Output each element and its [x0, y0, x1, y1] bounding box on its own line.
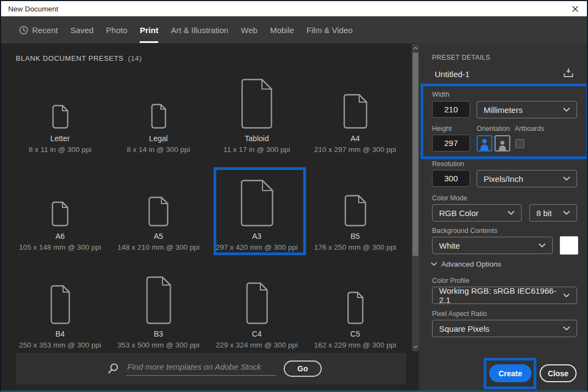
preset-tile-c5[interactable]: C5162 x 229 mm @ 300 ppi — [306, 267, 404, 365]
document-page-icon — [347, 267, 364, 324]
preset-name: A3 — [252, 232, 261, 241]
tab-label: Mobile — [270, 26, 294, 35]
pixel-aspect-ratio-select[interactable]: Square Pixels — [432, 320, 577, 337]
document-page-icon — [146, 267, 171, 324]
color-profile-label: Color Profile — [432, 277, 470, 284]
scrollbar-thumb[interactable] — [412, 53, 418, 256]
tab-label: Recent — [32, 26, 58, 35]
preset-tile-b3[interactable]: B3353 x 500 mm @ 300 ppi — [109, 267, 208, 365]
document-page-icon — [241, 72, 272, 129]
color-profile-value: Working RGB: sRGB IEC61966-2.1 — [439, 286, 563, 305]
title-bar: New Document — [1, 1, 587, 16]
presets-header-label: BLANK DOCUMENT PRESETS — [16, 54, 124, 62]
tab-label: Web — [241, 26, 258, 35]
adobe-stock-search-bar: Go — [16, 353, 406, 384]
preset-dimensions: 8 x 14 in @ 300 ppi — [127, 146, 190, 154]
tab-web[interactable]: Web — [241, 16, 258, 43]
save-preset-icon[interactable] — [562, 66, 575, 79]
tab-recent[interactable]: Recent — [19, 16, 58, 43]
preset-tile-tabloid[interactable]: Tabloid11 x 17 in @ 300 ppi — [208, 72, 306, 169]
color-profile-select[interactable]: Working RGB: sRGB IEC61966-2.1 — [432, 287, 577, 304]
search-icon — [107, 363, 119, 375]
width-unit-select[interactable]: Millimeters — [477, 101, 577, 118]
background-contents-value: White — [439, 241, 460, 250]
search-input[interactable] — [126, 362, 276, 376]
document-page-icon — [246, 267, 268, 324]
scroll-up-icon[interactable] — [412, 45, 419, 52]
tab-label: Film & Video — [306, 26, 353, 35]
preset-tile-b4[interactable]: B4250 x 353 mm @ 300 ppi — [11, 267, 109, 365]
preset-dimensions: 148 x 210 mm @ 300 ppi — [117, 243, 199, 251]
tab-print[interactable]: Print — [140, 16, 158, 43]
color-mode-value: RGB Color — [439, 208, 479, 218]
background-contents-label: Background Contents — [432, 227, 497, 235]
create-button[interactable]: Create — [489, 364, 531, 382]
advanced-options-label: Advanced Options — [441, 260, 501, 268]
advanced-options-toggle[interactable]: Advanced Options — [431, 260, 501, 268]
preset-dimensions: 297 x 420 mm @ 300 ppi — [216, 243, 298, 251]
new-document-dialog: New Document RecentSavedPhotoPrintArt & … — [0, 0, 588, 392]
tab-mobile[interactable]: Mobile — [270, 16, 294, 43]
preset-name: B4 — [55, 330, 65, 338]
width-input[interactable] — [432, 101, 470, 118]
preset-dimensions: 8 x 11 in @ 300 ppi — [29, 146, 92, 154]
preset-dimensions: 105 x 148 mm @ 300 ppi — [19, 243, 101, 251]
preset-dimensions: 11 x 17 in @ 300 ppi — [223, 146, 290, 154]
preset-tile-legal[interactable]: Legal8 x 14 in @ 300 ppi — [109, 72, 208, 169]
presets-header: BLANK DOCUMENT PRESETS(14) — [16, 54, 142, 62]
preset-name: A4 — [351, 134, 360, 143]
preset-tile-a4[interactable]: A4210 x 297 mm @ 300 ppi — [306, 72, 404, 169]
artboards-label: Artboards — [515, 125, 544, 132]
resolution-unit-value: Pixels/Inch — [484, 174, 523, 184]
preset-tile-c4[interactable]: C4229 x 324 mm @ 300 ppi — [208, 267, 306, 365]
background-color-swatch[interactable] — [560, 236, 578, 255]
preset-grid: Letter8 x 11 in @ 300 ppiLegal8 x 14 in … — [11, 72, 404, 365]
document-page-icon — [52, 169, 68, 226]
category-tab-bar: RecentSavedPhotoPrintArt & IllustrationW… — [1, 16, 587, 43]
pixel-aspect-ratio-label: Pixel Aspect Ratio — [432, 310, 487, 318]
scroll-down-icon[interactable] — [412, 343, 419, 351]
preset-name: Tabloid — [245, 134, 268, 143]
resolution-label: Resolution — [432, 160, 464, 168]
document-page-icon — [151, 72, 166, 129]
tab-label: Art & Illustration — [171, 26, 228, 35]
bit-depth-select[interactable]: 8 bit — [529, 204, 577, 222]
tab-label: Photo — [106, 26, 127, 35]
preset-name: C5 — [351, 330, 360, 338]
go-button[interactable]: Go — [284, 361, 322, 377]
tab-saved[interactable]: Saved — [71, 16, 94, 43]
preset-dimensions: 250 x 353 mm @ 300 ppi — [19, 341, 101, 349]
color-mode-select[interactable]: RGB Color — [432, 204, 522, 222]
preset-tile-a6[interactable]: A6105 x 148 mm @ 300 ppi — [11, 169, 109, 267]
pixel-aspect-ratio-value: Square Pixels — [439, 324, 490, 333]
close-button[interactable]: Close — [540, 364, 577, 382]
chevron-down-icon — [431, 262, 437, 266]
preset-tile-a3[interactable]: A3297 x 420 mm @ 300 ppi — [208, 169, 306, 267]
preset-name: Legal — [149, 134, 167, 143]
preset-name: C4 — [252, 330, 262, 338]
tab-label: Saved — [71, 26, 94, 35]
height-input[interactable] — [432, 135, 470, 151]
preset-dimensions: 229 x 324 mm @ 300 ppi — [216, 341, 298, 349]
preset-tile-b5[interactable]: B5176 x 250 mm @ 300 ppi — [306, 169, 404, 267]
artboards-checkbox[interactable] — [515, 139, 524, 148]
resolution-unit-select[interactable]: Pixels/Inch — [477, 170, 577, 187]
orientation-landscape-button[interactable] — [495, 135, 510, 151]
tab-art-illustration[interactable]: Art & Illustration — [171, 16, 228, 43]
preset-details-panel: PRESET DETAILS Untitled-1 Width Millimet… — [419, 43, 587, 390]
orientation-portrait-button[interactable] — [477, 135, 492, 151]
scrollbar[interactable] — [412, 44, 419, 351]
preset-tile-letter[interactable]: Letter8 x 11 in @ 300 ppi — [11, 72, 109, 169]
close-icon[interactable] — [571, 4, 579, 13]
document-page-icon — [345, 169, 366, 226]
document-page-icon — [241, 169, 273, 226]
document-name-field[interactable]: Untitled-1 — [435, 69, 470, 79]
preset-dimensions: 176 x 250 mm @ 300 ppi — [314, 243, 396, 251]
tab-film-video[interactable]: Film & Video — [306, 16, 353, 43]
tab-photo[interactable]: Photo — [106, 16, 127, 43]
preset-tile-a5[interactable]: A5148 x 210 mm @ 300 ppi — [109, 169, 208, 267]
height-label: Height — [432, 125, 452, 132]
preset-name: A5 — [154, 232, 163, 241]
resolution-input[interactable] — [432, 170, 470, 187]
background-contents-select[interactable]: White — [432, 237, 553, 254]
